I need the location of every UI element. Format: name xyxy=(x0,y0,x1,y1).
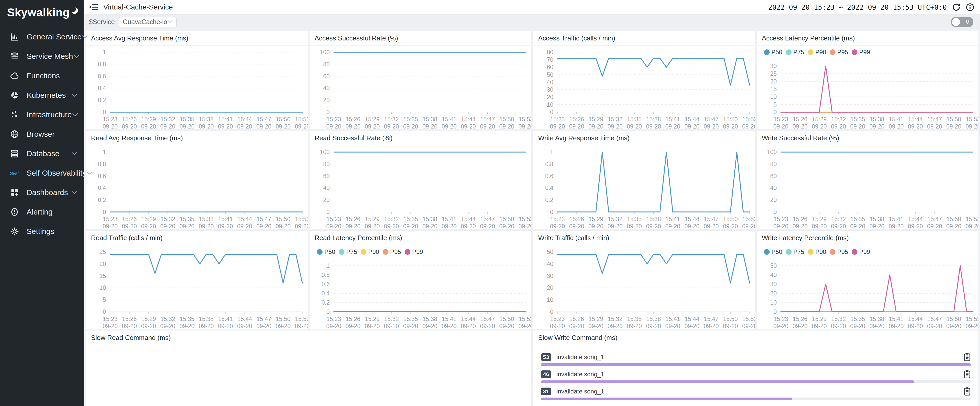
svg-text:09-20: 09-20 xyxy=(831,223,846,229)
svg-text:15:32: 15:32 xyxy=(384,216,398,222)
svg-text:15:29: 15:29 xyxy=(812,116,827,123)
sidebar-item-browser[interactable]: Browser xyxy=(0,125,84,144)
chart-title: Write Successful Rate (%) xyxy=(757,131,978,145)
svg-text:15:23: 15:23 xyxy=(550,116,565,123)
time-range-picker[interactable]: 2022-09-20 15:23 ~ 2022-09-20 15:53 UTC+… xyxy=(768,3,947,11)
svg-text:0: 0 xyxy=(103,308,106,315)
svg-text:20: 20 xyxy=(547,94,554,100)
svg-text:80: 80 xyxy=(323,161,330,168)
panel-access-successful-rate: Access Successful Rate (%)02040608010015… xyxy=(309,31,532,129)
svg-text:09-20: 09-20 xyxy=(742,323,755,329)
svg-text:15:38: 15:38 xyxy=(646,216,661,222)
svg-text:15:35: 15:35 xyxy=(627,116,641,123)
svg-text:15:53: 15:53 xyxy=(742,216,755,222)
svg-text:15:38: 15:38 xyxy=(199,116,213,123)
svg-text:15:23: 15:23 xyxy=(103,116,117,123)
sidebar-item-settings[interactable]: Settings xyxy=(0,222,84,241)
svg-text:0.4: 0.4 xyxy=(98,185,106,191)
sidebar-item-database[interactable]: Database xyxy=(0,144,84,163)
svg-text:15:29: 15:29 xyxy=(365,316,379,322)
service-select[interactable]: GuavaCache-local xyxy=(119,17,177,27)
svg-text:09-20: 09-20 xyxy=(550,323,565,329)
svg-text:15:47: 15:47 xyxy=(480,116,495,123)
latency-bar-track xyxy=(541,363,971,366)
svg-text:09-20: 09-20 xyxy=(403,323,418,329)
svg-text:15:41: 15:41 xyxy=(665,116,680,123)
sidebar-item-general-service[interactable]: General Service xyxy=(0,27,84,46)
chart-body: 00.20.40.60.8115:2309-2015:2609-2015:290… xyxy=(86,46,308,129)
line-chart: 02040608010015:2309-2015:2609-2015:2909-… xyxy=(310,46,531,129)
svg-text:0.4: 0.4 xyxy=(321,290,330,297)
chevron-down-icon xyxy=(71,190,78,195)
sidebar-item-alerting[interactable]: Alerting xyxy=(0,202,84,222)
chart-body: 051015202515:2309-2015:2609-2015:2909-20… xyxy=(86,245,308,329)
svg-text:0.6: 0.6 xyxy=(321,281,330,288)
chevron-down-icon xyxy=(86,171,93,175)
svg-text:25: 25 xyxy=(770,70,777,77)
svg-text:15:44: 15:44 xyxy=(684,116,699,123)
collapse-sidebar-icon[interactable] xyxy=(89,3,99,11)
svg-text:09-20: 09-20 xyxy=(793,323,808,329)
svg-text:09-20: 09-20 xyxy=(908,323,923,329)
latency-bar-track xyxy=(541,380,971,383)
svg-text:1: 1 xyxy=(550,149,554,155)
svg-text:15:32: 15:32 xyxy=(384,116,398,123)
svg-text:15:50: 15:50 xyxy=(500,216,514,222)
svg-text:09-20: 09-20 xyxy=(160,323,175,329)
sidebar-item-label: Browser xyxy=(27,130,55,139)
svg-text:15:32: 15:32 xyxy=(608,216,622,222)
toggle-label: V xyxy=(966,18,969,26)
svg-text:09-20: 09-20 xyxy=(345,123,360,129)
svg-text:10: 10 xyxy=(770,93,777,100)
chevron-down-icon xyxy=(81,35,88,39)
svg-text:15:47: 15:47 xyxy=(704,316,718,322)
svg-text:09-20: 09-20 xyxy=(103,123,118,129)
svg-text:15:38: 15:38 xyxy=(646,316,661,322)
clipboard-icon[interactable] xyxy=(964,387,971,396)
svg-text:09-20: 09-20 xyxy=(422,223,438,229)
svg-text:09-20: 09-20 xyxy=(295,323,307,329)
sidebar-menu: General ServiceService MeshFunctionsKube… xyxy=(0,27,84,241)
svg-text:15:38: 15:38 xyxy=(423,316,437,322)
svg-text:09-20: 09-20 xyxy=(704,223,719,229)
svg-text:20: 20 xyxy=(323,97,330,104)
svg-text:20: 20 xyxy=(99,261,106,267)
clipboard-icon[interactable] xyxy=(964,353,971,361)
refresh-icon[interactable] xyxy=(952,3,961,11)
sidebar-item-functions[interactable]: Functions xyxy=(0,66,84,85)
svg-text:15:44: 15:44 xyxy=(461,316,476,322)
sidebar-item-infrastructure[interactable]: Infrastructure xyxy=(0,105,84,125)
svg-text:09-20: 09-20 xyxy=(773,123,789,129)
line-chart: 0102030405060708015:2309-2015:2609-2015:… xyxy=(533,46,755,129)
svg-text:40: 40 xyxy=(547,79,554,85)
svg-text:09-20: 09-20 xyxy=(704,123,719,129)
svg-text:15:53: 15:53 xyxy=(519,216,531,222)
svg-text:09-20: 09-20 xyxy=(218,323,233,329)
svg-text:09-20: 09-20 xyxy=(793,123,808,129)
svg-text:09-20: 09-20 xyxy=(256,323,272,329)
svg-text:09-20: 09-20 xyxy=(103,323,118,329)
sidebar-item-self-observability[interactable]: SwSelf Observability xyxy=(0,163,84,183)
svg-text:09-20: 09-20 xyxy=(499,123,514,129)
info-icon[interactable] xyxy=(966,3,974,11)
clipboard-icon[interactable] xyxy=(964,370,971,379)
svg-text:15:26: 15:26 xyxy=(793,116,807,123)
svg-text:09-20: 09-20 xyxy=(588,323,603,329)
svg-text:09-20: 09-20 xyxy=(345,323,360,329)
svg-text:P99: P99 xyxy=(412,248,423,255)
sidebar-item-dashboards[interactable]: Dashboards xyxy=(0,183,84,202)
svg-text:09-20: 09-20 xyxy=(966,123,978,129)
variables-toggle[interactable]: V xyxy=(951,17,974,27)
svg-text:15:35: 15:35 xyxy=(403,216,418,222)
svg-text:09-20: 09-20 xyxy=(441,123,457,129)
svg-text:0.2: 0.2 xyxy=(321,299,330,306)
sidebar-item-service-mesh[interactable]: Service Mesh xyxy=(0,46,84,66)
svg-text:09-20: 09-20 xyxy=(199,223,214,229)
svg-text:15:50: 15:50 xyxy=(947,116,961,123)
sidebar-item-kubernetes[interactable]: Kubernetes xyxy=(0,85,84,105)
alert-hexagon-icon xyxy=(10,207,19,217)
svg-text:15:53: 15:53 xyxy=(519,316,531,322)
chart-title: Slow Write Command (ms) xyxy=(533,331,979,345)
svg-text:15:47: 15:47 xyxy=(928,216,942,222)
latency-bar-fill xyxy=(541,398,792,400)
